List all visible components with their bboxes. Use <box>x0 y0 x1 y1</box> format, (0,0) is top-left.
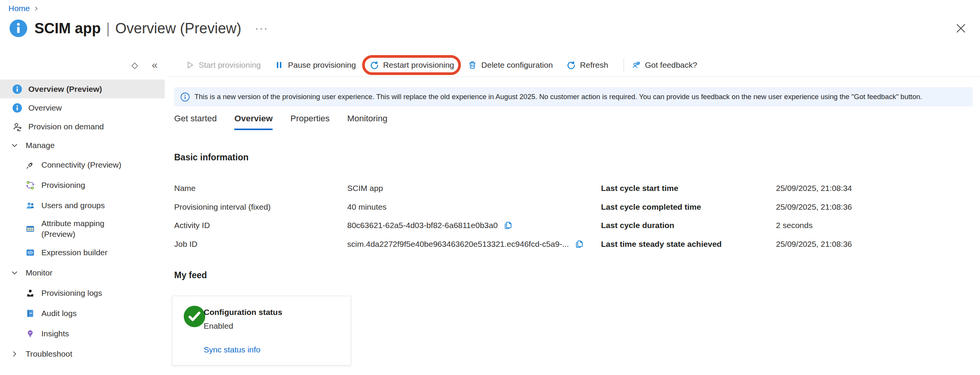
sidebar-item-connectivity[interactable]: Connectivity (Preview) <box>0 155 165 175</box>
trash-icon <box>468 60 477 70</box>
sidebar-item-label: Overview <box>28 103 62 112</box>
field-job-id: Job ID scim.4da2272f9f5e40be963463620e51… <box>174 235 584 254</box>
start-provisioning-button[interactable]: Start provisioning <box>185 60 261 70</box>
provisioning-sync-icon <box>25 180 35 190</box>
book-icon <box>25 308 35 318</box>
got-feedback-button[interactable]: Got feedback? <box>632 60 697 70</box>
sidebar-item-users-and-groups[interactable]: Users and groups <box>0 195 165 215</box>
sidebar-item-provisioning-logs[interactable]: Provisioning logs <box>0 283 165 303</box>
field-label: Job ID <box>174 240 347 249</box>
field-value: 25/09/2025, 21:08:36 <box>776 240 852 249</box>
table-icon <box>25 224 35 234</box>
basic-info-left-column: Name SCIM app Provisioning interval (fix… <box>174 179 584 253</box>
collapse-sidebar-icon[interactable]: « <box>148 58 162 72</box>
sidebar-group-label: Manage <box>26 141 55 150</box>
pause-provisioning-button[interactable]: Pause provisioning <box>274 60 356 70</box>
sidebar-item-overview-preview[interactable]: Overview (Preview) <box>0 80 165 98</box>
info-banner: This is a new version of the provisionin… <box>174 87 973 106</box>
restart-provisioning-label: Restart provisioning <box>383 60 454 70</box>
page-subtitle: Overview (Preview) <box>115 20 241 37</box>
sidebar-item-label: Provision on demand <box>28 122 104 131</box>
refresh-button[interactable]: Refresh <box>567 60 608 70</box>
status-badge: Enabled <box>204 321 233 331</box>
more-menu-button[interactable]: ··· <box>255 23 268 34</box>
page-header: SCIM app | Overview (Preview) ··· <box>9 19 268 38</box>
info-outline-icon <box>180 92 190 102</box>
feedback-icon <box>632 60 641 70</box>
sidebar-group-troubleshoot[interactable]: Troubleshoot <box>0 344 165 364</box>
tab-overview[interactable]: Overview <box>234 114 273 130</box>
field-value: 25/09/2025, 21:08:34 <box>776 184 852 193</box>
restart-provisioning-annotated: Restart provisioning <box>370 60 454 70</box>
field-provisioning-interval: Provisioning interval (fixed) 40 minutes <box>174 198 584 217</box>
field-last-cycle-duration: Last cycle duration 2 seconds <box>601 216 852 235</box>
info-banner-text: This is a new version of the provisionin… <box>194 93 922 101</box>
sidebar-group-label: Monitor <box>26 268 52 277</box>
toolbar-divider <box>624 58 624 72</box>
command-bar: Start provisioning Pause provisioning Re… <box>168 54 980 77</box>
sidebar-item-label: Audit logs <box>41 309 77 318</box>
field-value: 80c63621-62a5-4d03-bf82-6a6811e0b3a0 <box>347 221 498 230</box>
chevron-right-icon <box>34 6 39 11</box>
app-info-icon <box>9 19 28 38</box>
sidebar-group-manage[interactable]: Manage <box>0 136 165 155</box>
sidebar-controls: « <box>0 58 165 74</box>
refresh-icon <box>567 60 576 70</box>
sidebar-group-monitor[interactable]: Monitor <box>0 262 165 283</box>
sync-status-info-link[interactable]: Sync status info <box>204 345 260 354</box>
tab-get-started[interactable]: Get started <box>174 114 217 130</box>
configuration-status-card: Configuration status Enabled Sync status… <box>172 296 351 365</box>
sidebar-nav: Overview (Preview) Overview Provision on… <box>0 80 165 364</box>
field-value: 2 seconds <box>776 221 813 230</box>
sidebar-item-label: Expression builder <box>41 248 108 257</box>
field-label: Provisioning interval (fixed) <box>174 202 347 212</box>
close-icon[interactable] <box>954 21 968 35</box>
copy-icon[interactable] <box>504 221 513 230</box>
field-last-cycle-start: Last cycle start time 25/09/2025, 21:08:… <box>601 179 852 198</box>
sidebar-item-label: Connectivity (Preview) <box>41 160 121 170</box>
check-circle-icon <box>183 305 206 328</box>
title-separator: | <box>106 20 110 37</box>
sidebar-item-provision-on-demand[interactable]: Provision on demand <box>0 117 165 136</box>
tab-monitoring[interactable]: Monitoring <box>347 114 387 130</box>
sidebar-item-label: Overview (Preview) <box>28 85 102 94</box>
chevron-right-icon <box>11 350 18 358</box>
sidebar-item-provisioning[interactable]: Provisioning <box>0 175 165 195</box>
sidebar-item-expression-builder[interactable]: Expression builder <box>0 242 165 262</box>
pause-icon <box>274 60 284 70</box>
breadcrumb-home-link[interactable]: Home <box>8 4 30 13</box>
sidebar-item-label: Insights <box>41 329 69 338</box>
tab-properties[interactable]: Properties <box>290 114 330 130</box>
sidebar-item-overview[interactable]: Overview <box>0 98 165 117</box>
restart-icon <box>370 60 379 70</box>
delete-configuration-button[interactable]: Delete configuration <box>468 60 553 70</box>
chevron-down-icon <box>11 269 18 277</box>
restart-provisioning-button[interactable]: Restart provisioning <box>370 60 454 70</box>
tab-bar: Get started Overview Properties Monitori… <box>174 114 387 130</box>
sidebar-item-attribute-mapping[interactable]: Attribute mapping (Preview) <box>0 215 165 242</box>
sidebar-item-label: Users and groups <box>41 201 105 210</box>
person-sync-icon <box>12 122 22 132</box>
resize-panel-icon[interactable] <box>128 59 142 73</box>
page-title: SCIM app | Overview (Preview) ··· <box>34 20 268 37</box>
sidebar-item-label: Provisioning <box>41 181 85 190</box>
field-value: scim.4da2272f9f5e40be963463620e513321.ec… <box>347 240 569 249</box>
app-name: SCIM app <box>34 20 101 37</box>
pause-provisioning-label: Pause provisioning <box>288 60 356 70</box>
sidebar-item-insights[interactable]: Insights <box>0 323 165 344</box>
person-logs-icon <box>25 288 35 298</box>
info-icon <box>12 103 22 113</box>
configuration-status-title: Configuration status <box>204 308 282 317</box>
field-label: Last cycle duration <box>601 221 776 230</box>
sidebar-item-audit-logs[interactable]: Audit logs <box>0 303 165 323</box>
field-value: 25/09/2025, 21:08:36 <box>776 202 852 212</box>
field-last-steady-state: Last time steady state achieved 25/09/20… <box>601 235 852 254</box>
start-provisioning-label: Start provisioning <box>199 60 261 70</box>
code-icon <box>25 248 35 258</box>
field-value: SCIM app <box>347 184 383 193</box>
copy-icon[interactable] <box>575 240 584 249</box>
info-icon <box>12 84 22 94</box>
sidebar-group-label: Troubleshoot <box>26 349 72 359</box>
field-label: Name <box>174 184 347 193</box>
field-label: Last cycle start time <box>601 184 776 193</box>
